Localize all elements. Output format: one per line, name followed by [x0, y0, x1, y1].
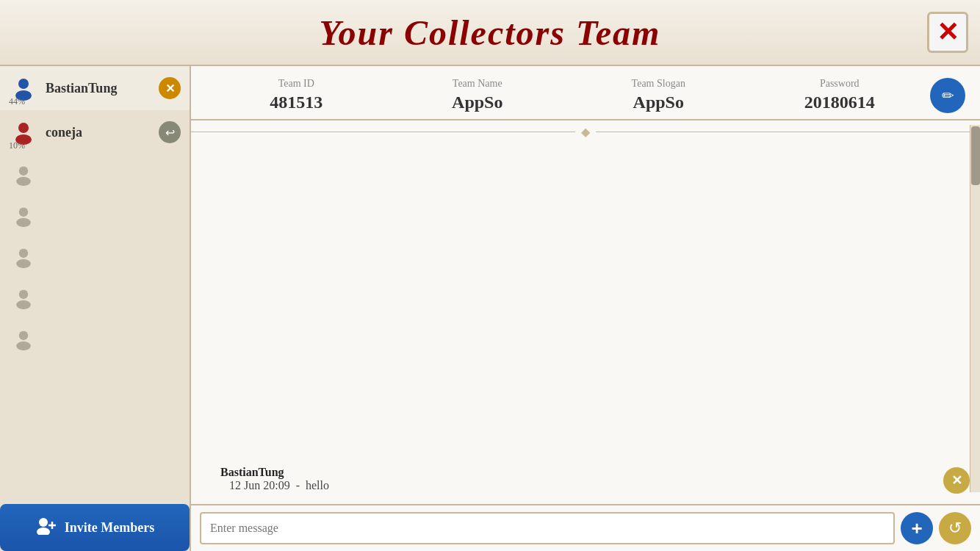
message-input[interactable] [200, 512, 895, 544]
team-name-label: Team Name [387, 78, 569, 90]
divider-line-right [596, 132, 980, 132]
close-button[interactable]: ✕ [927, 12, 968, 53]
svg-point-14 [39, 518, 48, 527]
user-icon [12, 204, 35, 228]
divider-line-left [191, 132, 575, 132]
diamond-divider: ◆ [191, 120, 980, 143]
clear-message-button[interactable]: ✕ [943, 467, 970, 494]
user-icon [12, 287, 35, 310]
user-icon [12, 328, 35, 351]
svg-point-5 [16, 177, 31, 186]
svg-point-4 [19, 166, 28, 175]
message-sender: BastianTung [220, 466, 284, 478]
diamond-icon: ◆ [581, 125, 590, 139]
empty-member-slot [0, 319, 190, 360]
member-name: coneja [46, 125, 159, 140]
team-name-col: Team Name AppSo [387, 78, 569, 112]
empty-member-slot [0, 278, 190, 319]
svg-point-15 [37, 527, 50, 535]
header: Your Collectors Team ✕ [0, 0, 980, 66]
team-info-bar: Team ID 481513 Team Name AppSo Team Slog… [191, 66, 980, 120]
content-area: Team ID 481513 Team Name AppSo Team Slog… [191, 66, 980, 551]
sidebar: BastianTung ✕ 44% coneja ↩ 10% [0, 66, 191, 551]
svg-point-2 [18, 123, 29, 133]
invite-members-button[interactable]: Invite Members [0, 504, 190, 551]
svg-point-0 [18, 79, 29, 89]
remove-member-button[interactable]: ✕ [159, 77, 181, 99]
add-user-icon [35, 516, 57, 535]
member-row: BastianTung ✕ 44% [0, 66, 190, 110]
user-icon [12, 163, 35, 187]
send-message-button[interactable]: + [901, 512, 933, 544]
team-name-value: AppSo [387, 93, 569, 112]
svg-point-11 [16, 300, 31, 309]
refresh-icon: ↺ [948, 519, 962, 538]
plus-icon: + [911, 519, 922, 538]
avatar [9, 284, 38, 313]
team-password-label: Password [749, 78, 931, 90]
clear-icon: ✕ [951, 472, 962, 489]
avatar [9, 160, 38, 190]
member-row: coneja ↩ 10% [0, 110, 190, 154]
invite-members-label: Invite Members [65, 520, 154, 536]
svg-point-9 [16, 259, 31, 268]
team-slogan-value: AppSo [568, 93, 749, 112]
user-icon [12, 245, 35, 269]
member-name: BastianTung [46, 81, 159, 96]
invite-icon [35, 516, 57, 539]
team-password-value: 20180614 [749, 93, 931, 112]
team-password-col: Password 20180614 [749, 78, 931, 112]
scrollbar-thumb[interactable] [971, 126, 980, 185]
message-content: 12 Jun 20:09 - hello [229, 479, 329, 491]
close-icon: ✕ [937, 19, 959, 46]
member-percent: 44% [9, 96, 25, 107]
team-slogan-col: Team Slogan AppSo [568, 78, 749, 112]
svg-point-8 [19, 248, 28, 257]
svg-point-13 [16, 342, 31, 350]
member-action-button[interactable]: ↩ [159, 121, 181, 143]
team-slogan-label: Team Slogan [568, 78, 749, 90]
avatar [9, 242, 38, 272]
message-input-bar: + ↺ [191, 504, 980, 551]
chat-area: BastianTung 12 Jun 20:09 - hello ✕ [191, 143, 980, 504]
member-percent: 10% [9, 140, 25, 151]
empty-member-slot [0, 237, 190, 278]
team-id-col: Team ID 481513 [206, 78, 387, 112]
svg-point-7 [16, 218, 31, 227]
empty-member-slot [0, 154, 190, 195]
scrollbar-track[interactable] [970, 125, 980, 492]
refresh-button[interactable]: ↺ [939, 512, 971, 544]
edit-team-button[interactable]: ✏ [930, 78, 965, 113]
team-id-label: Team ID [206, 78, 387, 90]
chat-message: BastianTung 12 Jun 20:09 - hello [206, 460, 930, 498]
avatar [9, 325, 38, 354]
empty-member-slot [0, 195, 190, 237]
chat-message-area: BastianTung 12 Jun 20:09 - hello [191, 460, 945, 498]
main-layout: BastianTung ✕ 44% coneja ↩ 10% [0, 66, 980, 551]
svg-point-12 [19, 331, 28, 339]
avatar [9, 201, 38, 231]
pencil-icon: ✏ [942, 87, 954, 104]
svg-point-6 [19, 207, 28, 216]
svg-point-10 [19, 289, 28, 298]
team-id-value: 481513 [206, 93, 387, 112]
page-title: Your Collectors Team [320, 12, 661, 53]
